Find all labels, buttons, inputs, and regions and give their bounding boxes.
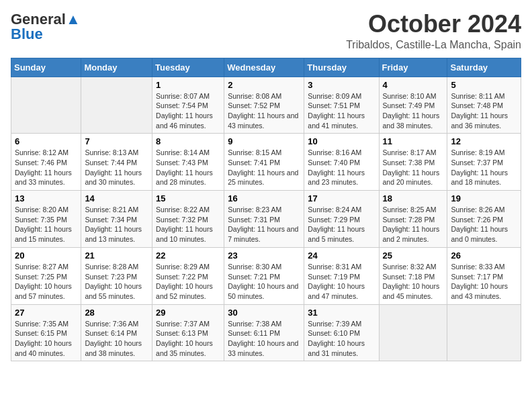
- day-number: 2: [228, 80, 300, 90]
- calendar-cell: 20Sunrise: 8:27 AMSunset: 7:25 PMDayligh…: [11, 247, 81, 304]
- calendar-week-row: 13Sunrise: 8:20 AMSunset: 7:35 PMDayligh…: [11, 191, 521, 248]
- title-area: October 2024 Tribaldos, Castille-La Manc…: [346, 11, 521, 51]
- calendar-cell: 4Sunrise: 8:10 AMSunset: 7:49 PMDaylight…: [379, 77, 447, 134]
- calendar-cell: 3Sunrise: 8:09 AMSunset: 7:51 PMDaylight…: [304, 77, 379, 134]
- day-number: 7: [85, 136, 148, 146]
- day-info: Sunrise: 8:16 AMSunset: 7:40 PMDaylight:…: [308, 148, 375, 187]
- day-info: Sunrise: 8:33 AMSunset: 7:17 PMDaylight:…: [451, 262, 517, 302]
- day-info: Sunrise: 8:29 AMSunset: 7:22 PMDaylight:…: [156, 262, 220, 302]
- day-info: Sunrise: 8:10 AMSunset: 7:49 PMDaylight:…: [383, 91, 444, 131]
- day-number: 20: [15, 250, 77, 261]
- calendar-cell: 25Sunrise: 8:32 AMSunset: 7:18 PMDayligh…: [379, 247, 447, 304]
- day-info: Sunrise: 8:25 AMSunset: 7:28 PMDaylight:…: [383, 205, 444, 244]
- calendar-cell: 14Sunrise: 8:21 AMSunset: 7:34 PMDayligh…: [81, 191, 152, 248]
- day-info: Sunrise: 8:27 AMSunset: 7:25 PMDaylight:…: [15, 262, 77, 302]
- day-number: 6: [15, 136, 77, 146]
- calendar-cell: 15Sunrise: 8:22 AMSunset: 7:32 PMDayligh…: [152, 191, 224, 248]
- calendar-cell: [81, 77, 152, 134]
- calendar-cell: 6Sunrise: 8:12 AMSunset: 7:46 PMDaylight…: [11, 134, 81, 191]
- calendar-cell: [11, 77, 81, 134]
- calendar-week-row: 6Sunrise: 8:12 AMSunset: 7:46 PMDaylight…: [11, 134, 521, 191]
- day-info: Sunrise: 8:28 AMSunset: 7:23 PMDaylight:…: [85, 262, 148, 302]
- day-number: 12: [451, 136, 517, 146]
- calendar-cell: 11Sunrise: 8:17 AMSunset: 7:38 PMDayligh…: [379, 134, 447, 191]
- day-number: 25: [383, 250, 444, 261]
- calendar-week-row: 27Sunrise: 7:35 AMSunset: 6:15 PMDayligh…: [11, 304, 521, 361]
- day-number: 18: [383, 193, 444, 203]
- calendar-cell: 31Sunrise: 7:39 AMSunset: 6:10 PMDayligh…: [304, 304, 379, 361]
- day-number: 9: [228, 136, 300, 146]
- day-info: Sunrise: 8:08 AMSunset: 7:52 PMDaylight:…: [228, 91, 300, 131]
- header-cell-monday: Monday: [81, 58, 152, 77]
- calendar-cell: 8Sunrise: 8:14 AMSunset: 7:43 PMDaylight…: [152, 134, 224, 191]
- day-number: 23: [228, 250, 300, 261]
- day-number: 21: [85, 250, 148, 261]
- calendar-week-row: 20Sunrise: 8:27 AMSunset: 7:25 PMDayligh…: [11, 247, 521, 304]
- header-cell-thursday: Thursday: [304, 58, 379, 77]
- day-info: Sunrise: 8:20 AMSunset: 7:35 PMDaylight:…: [15, 205, 77, 244]
- calendar-cell: 12Sunrise: 8:19 AMSunset: 7:37 PMDayligh…: [447, 134, 521, 191]
- day-info: Sunrise: 8:07 AMSunset: 7:54 PMDaylight:…: [156, 91, 220, 131]
- day-number: 26: [451, 250, 517, 261]
- month-title: October 2024: [346, 11, 521, 38]
- calendar-cell: 2Sunrise: 8:08 AMSunset: 7:52 PMDaylight…: [224, 77, 304, 134]
- header-cell-sunday: Sunday: [11, 58, 81, 77]
- day-number: 22: [156, 250, 220, 261]
- day-number: 13: [15, 193, 77, 203]
- calendar-cell: [379, 304, 447, 361]
- day-number: 27: [15, 308, 77, 318]
- calendar-body: 1Sunrise: 8:07 AMSunset: 7:54 PMDaylight…: [11, 77, 521, 361]
- day-number: 15: [156, 193, 220, 203]
- day-number: 30: [228, 308, 300, 318]
- day-number: 10: [308, 136, 375, 146]
- day-info: Sunrise: 8:13 AMSunset: 7:44 PMDaylight:…: [85, 148, 148, 187]
- day-info: Sunrise: 8:17 AMSunset: 7:38 PMDaylight:…: [383, 148, 444, 187]
- day-info: Sunrise: 7:39 AMSunset: 6:10 PMDaylight:…: [308, 319, 375, 359]
- header: General▲ Blue October 2024 Tribaldos, Ca…: [11, 11, 521, 51]
- day-info: Sunrise: 8:12 AMSunset: 7:46 PMDaylight:…: [15, 148, 77, 187]
- calendar-table: SundayMondayTuesdayWednesdayThursdayFrid…: [11, 58, 521, 362]
- day-info: Sunrise: 8:11 AMSunset: 7:48 PMDaylight:…: [451, 91, 517, 131]
- calendar-cell: 26Sunrise: 8:33 AMSunset: 7:17 PMDayligh…: [447, 247, 521, 304]
- day-number: 5: [451, 80, 517, 90]
- day-number: 3: [308, 80, 375, 90]
- calendar-cell: 5Sunrise: 8:11 AMSunset: 7:48 PMDaylight…: [447, 77, 521, 134]
- day-info: Sunrise: 8:22 AMSunset: 7:32 PMDaylight:…: [156, 205, 220, 244]
- day-info: Sunrise: 8:32 AMSunset: 7:18 PMDaylight:…: [383, 262, 444, 302]
- day-number: 1: [156, 80, 220, 90]
- header-cell-tuesday: Tuesday: [152, 58, 224, 77]
- day-info: Sunrise: 8:26 AMSunset: 7:26 PMDaylight:…: [451, 205, 517, 244]
- calendar-week-row: 1Sunrise: 8:07 AMSunset: 7:54 PMDaylight…: [11, 77, 521, 134]
- calendar-cell: 10Sunrise: 8:16 AMSunset: 7:40 PMDayligh…: [304, 134, 379, 191]
- day-info: Sunrise: 7:35 AMSunset: 6:15 PMDaylight:…: [15, 319, 77, 359]
- header-cell-friday: Friday: [379, 58, 447, 77]
- location-title: Tribaldos, Castille-La Mancha, Spain: [346, 39, 521, 51]
- day-info: Sunrise: 8:19 AMSunset: 7:37 PMDaylight:…: [451, 148, 517, 187]
- calendar-cell: 19Sunrise: 8:26 AMSunset: 7:26 PMDayligh…: [447, 191, 521, 248]
- calendar-cell: 27Sunrise: 7:35 AMSunset: 6:15 PMDayligh…: [11, 304, 81, 361]
- day-number: 29: [156, 308, 220, 318]
- day-number: 8: [156, 136, 220, 146]
- day-number: 11: [383, 136, 444, 146]
- logo-blue: Blue: [11, 26, 43, 43]
- calendar-cell: 9Sunrise: 8:15 AMSunset: 7:41 PMDaylight…: [224, 134, 304, 191]
- calendar-cell: 16Sunrise: 8:23 AMSunset: 7:31 PMDayligh…: [224, 191, 304, 248]
- calendar-header-row: SundayMondayTuesdayWednesdayThursdayFrid…: [11, 58, 521, 77]
- day-info: Sunrise: 8:09 AMSunset: 7:51 PMDaylight:…: [308, 91, 375, 131]
- calendar-cell: 18Sunrise: 8:25 AMSunset: 7:28 PMDayligh…: [379, 191, 447, 248]
- day-info: Sunrise: 8:31 AMSunset: 7:19 PMDaylight:…: [308, 262, 375, 302]
- day-number: 4: [383, 80, 444, 90]
- day-info: Sunrise: 8:14 AMSunset: 7:43 PMDaylight:…: [156, 148, 220, 187]
- calendar-cell: 1Sunrise: 8:07 AMSunset: 7:54 PMDaylight…: [152, 77, 224, 134]
- calendar-cell: 23Sunrise: 8:30 AMSunset: 7:21 PMDayligh…: [224, 247, 304, 304]
- calendar-cell: 7Sunrise: 8:13 AMSunset: 7:44 PMDaylight…: [81, 134, 152, 191]
- day-info: Sunrise: 8:23 AMSunset: 7:31 PMDaylight:…: [228, 205, 300, 244]
- calendar-cell: 22Sunrise: 8:29 AMSunset: 7:22 PMDayligh…: [152, 247, 224, 304]
- calendar-cell: 28Sunrise: 7:36 AMSunset: 6:14 PMDayligh…: [81, 304, 152, 361]
- day-info: Sunrise: 8:30 AMSunset: 7:21 PMDaylight:…: [228, 262, 300, 302]
- calendar-cell: 13Sunrise: 8:20 AMSunset: 7:35 PMDayligh…: [11, 191, 81, 248]
- day-number: 28: [85, 308, 148, 318]
- header-cell-wednesday: Wednesday: [224, 58, 304, 77]
- day-info: Sunrise: 7:36 AMSunset: 6:14 PMDaylight:…: [85, 319, 148, 359]
- day-number: 16: [228, 193, 300, 203]
